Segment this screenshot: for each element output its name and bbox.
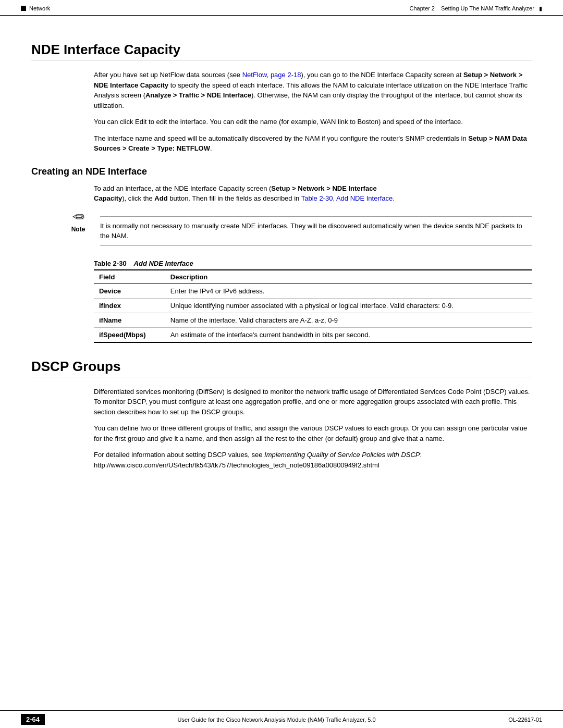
sub-para1-end: . xyxy=(393,194,395,202)
header-right: Chapter 2 Setting Up The NAM Traffic Ana… xyxy=(410,5,542,12)
footer-right-text: OL-22617-01 xyxy=(508,717,542,723)
page-number: 2-64 xyxy=(21,714,45,725)
table-row: DeviceEnter the IPv4 or IPv6 address. xyxy=(94,283,532,298)
table-name: Add NDE Interface xyxy=(134,260,193,267)
nde-para2: You can click Edit to edit the interface… xyxy=(94,117,532,127)
nde-para3: The interface name and speed will be aut… xyxy=(94,133,532,154)
table-cell-field: ifSpeed(Mbps) xyxy=(94,327,165,342)
table-container: Table 2-30 Add NDE Interface Field Descr… xyxy=(94,260,532,343)
table-cell-field: ifName xyxy=(94,313,165,327)
table-row: ifIndexUnique identifying number associa… xyxy=(94,298,532,313)
table-cell-description: Unique identifying number associated wit… xyxy=(165,298,532,313)
table-cell-field: ifIndex xyxy=(94,298,165,313)
sub-para1-text1: To add an interface, at the NDE Interfac… xyxy=(94,184,271,192)
dscp-para3-url: http://www.cisco.com/en/US/tech/tk543/tk… xyxy=(94,461,380,469)
main-content: NDE Interface Capacity After you have se… xyxy=(0,16,563,518)
note-bottom-rule xyxy=(100,245,532,246)
table-title: Table 2-30 Add NDE Interface xyxy=(94,260,532,267)
sub-para1: To add an interface, at the NDE Interfac… xyxy=(94,183,532,204)
nde-table: Field Description DeviceEnter the IPv4 o… xyxy=(94,269,532,343)
header-section: Network xyxy=(29,5,50,11)
note-pencil-icon: ✏ xyxy=(72,210,84,225)
table-link[interactable]: Table 2-30, Add NDE Interface xyxy=(301,194,393,202)
nde-section-title: NDE Interface Capacity xyxy=(31,42,532,60)
note-icon-area: ✏ Note xyxy=(63,210,94,233)
table-cell-description: Enter the IPv4 or IPv6 address. xyxy=(165,283,532,298)
table-row: ifNameName of the interface. Valid chara… xyxy=(94,313,532,327)
sub-para1-text2: ), click the xyxy=(122,194,154,202)
note-top-rule xyxy=(100,216,532,217)
sub-para1-bold1: Setup > Network > NDE Interface xyxy=(271,184,376,192)
note-content: It is normally not necessary to manually… xyxy=(100,210,532,250)
table-col-description: Description xyxy=(165,270,532,284)
header-left: Network xyxy=(21,5,50,11)
dscp-para2: You can define two or three different gr… xyxy=(94,423,532,443)
note-label: Note xyxy=(71,226,85,233)
sub-para1-bold2: Capacity xyxy=(94,194,122,202)
header-icon xyxy=(21,6,26,11)
note-text: It is normally not necessary to manually… xyxy=(100,221,532,241)
netflow-link[interactable]: NetFlow, page 2-18 xyxy=(242,71,301,79)
creating-nde-subtitle: Creating an NDE Interface xyxy=(31,166,532,177)
table-cell-field: Device xyxy=(94,283,165,298)
nde-para1-text2: ), you can go to the NDE Interface Capac… xyxy=(301,71,463,79)
note-box: ✏ Note It is normally not necessary to m… xyxy=(63,210,532,250)
nde-para3-text1: The interface name and speed will be aut… xyxy=(94,134,468,142)
dscp-para3-italic: Implementing Quality of Service Policies… xyxy=(264,451,420,459)
dscp-para3-cont: : xyxy=(420,451,422,459)
table-header-row: Field Description xyxy=(94,270,532,284)
table-cell-description: Name of the interface. Valid characters … xyxy=(165,313,532,327)
sub-para1-text3: button. Then fill in the fields as descr… xyxy=(168,194,301,202)
nde-para1-bold2: Analyze > Traffic > NDE Interface xyxy=(145,91,251,99)
nde-para3-cont: . xyxy=(210,144,212,152)
footer-center-text: User Guide for the Cisco Network Analysi… xyxy=(55,717,498,723)
page-header: Network Chapter 2 Setting Up The NAM Tra… xyxy=(0,0,563,16)
nde-para1-text1: After you have set up NetFlow data sourc… xyxy=(94,71,242,79)
dscp-para3-text1: For detailed information about setting D… xyxy=(94,451,264,459)
table-col-field: Field xyxy=(94,270,165,284)
dscp-section-title: DSCP Groups xyxy=(31,359,532,377)
nde-para1: After you have set up NetFlow data sourc… xyxy=(94,70,532,110)
table-cell-description: An estimate of the interface's current b… xyxy=(165,327,532,342)
table-label: Table 2-30 xyxy=(94,260,127,267)
header-chapter: Chapter 2 xyxy=(410,5,435,11)
header-title: Setting Up The NAM Traffic Analyzer xyxy=(441,5,534,11)
dscp-para3: For detailed information about setting D… xyxy=(94,450,532,470)
dscp-para1: Differentiated services monitoring (Diff… xyxy=(94,387,532,417)
table-row: ifSpeed(Mbps)An estimate of the interfac… xyxy=(94,327,532,342)
page-footer: 2-64 User Guide for the Cisco Network An… xyxy=(0,710,563,728)
sub-para1-bold3: Add xyxy=(154,194,167,202)
